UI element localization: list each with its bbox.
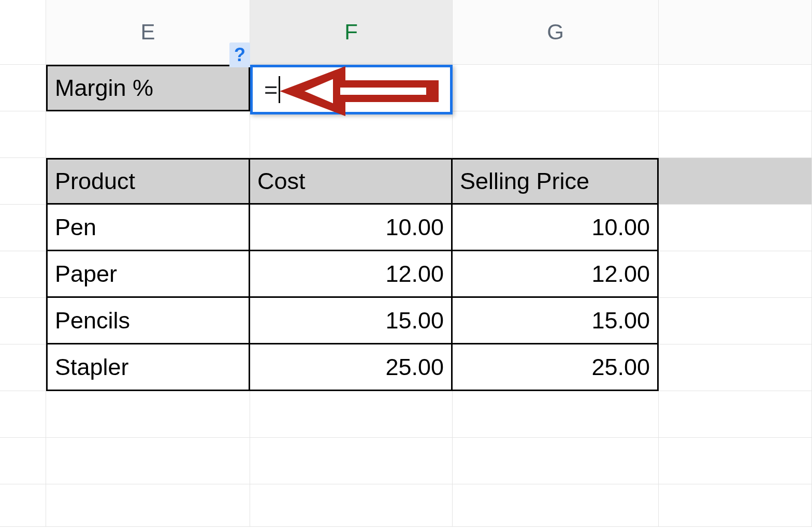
grid-body[interactable]: Margin % Product Cost Selling Price Pen …	[0, 65, 812, 527]
row-header[interactable]	[0, 205, 46, 251]
cell-h1[interactable]	[659, 65, 812, 111]
column-header-next[interactable]	[659, 0, 812, 65]
cell-cost[interactable]: 10.00	[250, 205, 453, 251]
table-row: Stapler 25.00 25.00	[0, 344, 812, 391]
formula-hint-badge[interactable]: ?	[229, 42, 250, 67]
cell[interactable]	[250, 484, 453, 527]
cell[interactable]	[453, 111, 659, 158]
column-header-label: F	[344, 20, 358, 45]
header-corner[interactable]	[0, 0, 46, 65]
cell[interactable]	[659, 111, 812, 158]
cell-text: Pencils	[55, 307, 130, 334]
cell-text: 12.00	[385, 261, 444, 287]
cell[interactable]	[250, 438, 453, 484]
cell-price[interactable]: 15.00	[453, 298, 659, 344]
spreadsheet[interactable]: E F G Margin % Product Cost Selling Pric…	[0, 0, 812, 532]
cell-cost[interactable]: 12.00	[250, 251, 453, 298]
active-cell-editor[interactable]: =	[250, 65, 453, 114]
cell-text: 10.00	[385, 214, 444, 241]
table-row: Pencils 15.00 15.00	[0, 298, 812, 344]
column-header-f[interactable]: F	[250, 0, 453, 65]
cell[interactable]	[250, 111, 453, 158]
row-header[interactable]	[0, 158, 46, 205]
cell-product[interactable]: Pen	[46, 205, 250, 251]
column-header-label: G	[547, 20, 564, 45]
cell-cost[interactable]: 15.00	[250, 298, 453, 344]
text-caret	[279, 76, 280, 103]
cell[interactable]	[46, 484, 250, 527]
table-header-product[interactable]: Product	[46, 158, 250, 205]
cell[interactable]	[453, 391, 659, 438]
table-header-price[interactable]: Selling Price	[453, 158, 659, 205]
column-header-label: E	[140, 20, 155, 45]
cell-text: Cost	[257, 168, 306, 195]
cell-text: 10.00	[591, 214, 650, 241]
row-header[interactable]	[0, 344, 46, 391]
row-header[interactable]	[0, 484, 46, 527]
column-header-e[interactable]: E	[46, 0, 250, 65]
cell-price[interactable]: 25.00	[453, 344, 659, 391]
cell-cost[interactable]: 25.00	[250, 344, 453, 391]
table-header-row: Product Cost Selling Price	[0, 158, 812, 205]
table-row: Pen 10.00 10.00	[0, 205, 812, 251]
cell-text: Margin %	[55, 75, 153, 102]
cell[interactable]	[659, 158, 812, 205]
cell-price[interactable]: 10.00	[453, 205, 659, 251]
cell[interactable]	[659, 438, 812, 484]
cell[interactable]	[46, 391, 250, 438]
cell-text: Selling Price	[460, 168, 589, 195]
cell[interactable]	[659, 251, 812, 298]
cell-product[interactable]: Pencils	[46, 298, 250, 344]
cell-text: 25.00	[591, 354, 650, 381]
grid-row	[0, 484, 812, 527]
cell[interactable]	[46, 438, 250, 484]
cell-text: 12.00	[591, 261, 650, 287]
cell-text: Product	[55, 168, 135, 195]
grid-row	[0, 391, 812, 438]
formula-hint-text: ?	[234, 44, 245, 66]
table-header-cost[interactable]: Cost	[250, 158, 453, 205]
row-header[interactable]	[0, 298, 46, 344]
grid-row	[0, 111, 812, 158]
grid-row	[0, 438, 812, 484]
row-header[interactable]	[0, 438, 46, 484]
cell[interactable]	[46, 111, 250, 158]
cell[interactable]	[453, 484, 659, 527]
cell-margin-label[interactable]: Margin %	[46, 65, 250, 111]
cell[interactable]	[453, 438, 659, 484]
table-row: Paper 12.00 12.00	[0, 251, 812, 298]
row-header[interactable]	[0, 111, 46, 158]
column-header-g[interactable]: G	[453, 0, 659, 65]
cell-text: 15.00	[591, 307, 650, 334]
cell[interactable]	[659, 391, 812, 438]
cell-product[interactable]: Paper	[46, 251, 250, 298]
cell[interactable]	[659, 298, 812, 344]
cell-product[interactable]: Stapler	[46, 344, 250, 391]
cell-text: Stapler	[55, 354, 129, 381]
cell[interactable]	[250, 391, 453, 438]
row-header[interactable]	[0, 65, 46, 111]
row-header[interactable]	[0, 251, 46, 298]
cell-text: Pen	[55, 214, 96, 241]
cell-g1[interactable]	[453, 65, 659, 111]
cell[interactable]	[659, 344, 812, 391]
column-header-row: E F G	[0, 0, 812, 65]
cell-text: Paper	[55, 261, 117, 287]
row-header[interactable]	[0, 391, 46, 438]
cell[interactable]	[659, 205, 812, 251]
formula-text: =	[264, 76, 278, 103]
cell[interactable]	[659, 484, 812, 527]
cell-text: 15.00	[385, 307, 444, 334]
cell-text: 25.00	[385, 354, 444, 381]
cell-price[interactable]: 12.00	[453, 251, 659, 298]
